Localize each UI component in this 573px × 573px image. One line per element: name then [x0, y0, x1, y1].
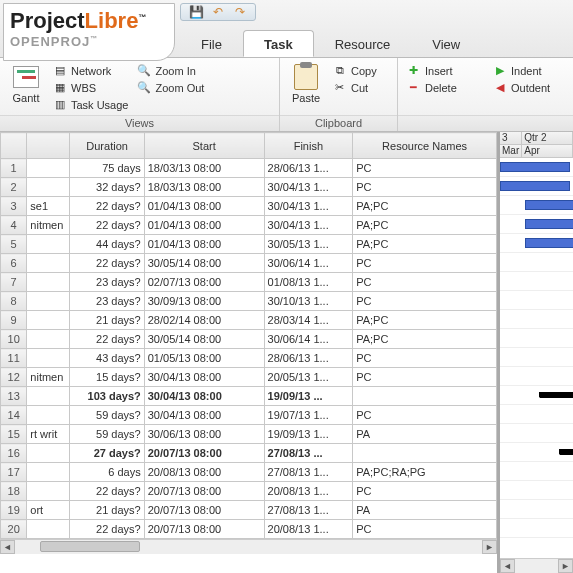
row-number[interactable]: 15 [1, 425, 27, 444]
cell-start[interactable]: 20/07/13 08:00 [144, 520, 264, 539]
cell-name[interactable] [27, 387, 70, 406]
gantt-row[interactable] [500, 367, 573, 386]
row-number[interactable]: 2 [1, 178, 27, 197]
table-row[interactable]: 15rt writ59 days?30/06/13 08:0019/09/13 … [1, 425, 497, 444]
cell-resources[interactable]: PC [353, 482, 497, 501]
gantt-row[interactable] [500, 386, 573, 405]
cell-name[interactable]: nitmen [27, 216, 70, 235]
cell-start[interactable]: 01/04/13 08:00 [144, 197, 264, 216]
table-row[interactable]: 723 days?02/07/13 08:0001/08/13 1...PC [1, 273, 497, 292]
cell-duration[interactable]: 27 days? [70, 444, 144, 463]
cell-name[interactable] [27, 254, 70, 273]
cell-name[interactable]: se1 [27, 197, 70, 216]
table-row[interactable]: 4nitmen22 days?01/04/13 08:0030/04/13 1.… [1, 216, 497, 235]
cell-start[interactable]: 02/07/13 08:00 [144, 273, 264, 292]
gantt-summary-bar[interactable] [560, 449, 573, 455]
scroll-left-icon[interactable]: ◄ [0, 540, 15, 554]
cell-resources[interactable] [353, 387, 497, 406]
cell-duration[interactable]: 23 days? [70, 292, 144, 311]
gantt-row[interactable] [500, 424, 573, 443]
cell-finish[interactable]: 27/08/13 ... [264, 444, 353, 463]
table-row[interactable]: 3se122 days?01/04/13 08:0030/04/13 1...P… [1, 197, 497, 216]
row-number[interactable]: 13 [1, 387, 27, 406]
scroll-left-icon[interactable]: ◄ [500, 559, 515, 573]
network-button[interactable]: ▤Network [52, 62, 128, 79]
cell-name[interactable] [27, 159, 70, 178]
table-row[interactable]: 1627 days?20/07/13 08:0027/08/13 ... [1, 444, 497, 463]
row-number[interactable]: 8 [1, 292, 27, 311]
cell-name[interactable] [27, 406, 70, 425]
gantt-horizontal-scrollbar[interactable]: ◄ ► [500, 558, 573, 573]
table-row[interactable]: 622 days?30/05/14 08:0030/06/14 1...PC [1, 254, 497, 273]
cell-finish[interactable]: 28/06/13 1... [264, 159, 353, 178]
cell-finish[interactable]: 30/06/14 1... [264, 330, 353, 349]
scroll-thumb[interactable] [40, 541, 140, 552]
cell-duration[interactable]: 59 days? [70, 406, 144, 425]
gantt-row[interactable] [500, 500, 573, 519]
insert-button[interactable]: ✚Insert [406, 62, 457, 79]
row-number[interactable]: 5 [1, 235, 27, 254]
cell-resources[interactable]: PC [353, 292, 497, 311]
tab-file[interactable]: File [180, 30, 243, 57]
cell-name[interactable] [27, 482, 70, 501]
scroll-right-icon[interactable]: ► [482, 540, 497, 554]
cell-duration[interactable]: 43 days? [70, 349, 144, 368]
gantt-button[interactable]: Gantt [4, 60, 48, 115]
gantt-row[interactable] [500, 253, 573, 272]
cell-start[interactable]: 30/04/13 08:00 [144, 406, 264, 425]
table-row[interactable]: 1459 days?30/04/13 08:0019/07/13 1...PC [1, 406, 497, 425]
row-number[interactable]: 6 [1, 254, 27, 273]
cell-resources[interactable]: PC [353, 254, 497, 273]
table-row[interactable]: 544 days?01/04/13 08:0030/05/13 1...PA;P… [1, 235, 497, 254]
cell-duration[interactable]: 21 days? [70, 311, 144, 330]
cell-duration[interactable]: 22 days? [70, 520, 144, 539]
cell-finish[interactable]: 27/08/13 1... [264, 463, 353, 482]
horizontal-scrollbar[interactable]: ◄ ► [0, 539, 497, 554]
cell-start[interactable]: 30/04/13 08:00 [144, 368, 264, 387]
gantt-row[interactable] [500, 348, 573, 367]
gantt-bar[interactable] [500, 162, 570, 172]
cell-finish[interactable]: 30/10/13 1... [264, 292, 353, 311]
gantt-bar[interactable] [525, 238, 573, 248]
table-row[interactable]: 13103 days?30/04/13 08:0019/09/13 ... [1, 387, 497, 406]
col-corner[interactable] [1, 133, 27, 159]
cell-finish[interactable]: 20/08/13 1... [264, 482, 353, 501]
cell-name[interactable] [27, 520, 70, 539]
gantt-body[interactable] [500, 158, 573, 558]
gantt-row[interactable] [500, 405, 573, 424]
cell-duration[interactable]: 22 days? [70, 254, 144, 273]
cell-start[interactable]: 20/07/13 08:00 [144, 482, 264, 501]
table-row[interactable]: 19ort21 days?20/07/13 08:0027/08/13 1...… [1, 501, 497, 520]
cell-name[interactable] [27, 273, 70, 292]
cell-name[interactable] [27, 463, 70, 482]
row-number[interactable]: 19 [1, 501, 27, 520]
cell-name[interactable] [27, 311, 70, 330]
cell-start[interactable]: 20/07/13 08:00 [144, 444, 264, 463]
zoom-out-button[interactable]: 🔍Zoom Out [136, 79, 204, 96]
tab-resource[interactable]: Resource [314, 30, 412, 57]
scroll-right-icon[interactable]: ► [558, 559, 573, 573]
cell-duration[interactable]: 21 days? [70, 501, 144, 520]
row-number[interactable]: 4 [1, 216, 27, 235]
cell-finish[interactable]: 19/09/13 ... [264, 387, 353, 406]
cell-duration[interactable]: 32 days? [70, 178, 144, 197]
cell-name[interactable] [27, 330, 70, 349]
task-usage-button[interactable]: ▥Task Usage [52, 96, 128, 113]
col-resources[interactable]: Resource Names [353, 133, 497, 159]
table-row[interactable]: 921 days?28/02/14 08:0028/03/14 1...PA;P… [1, 311, 497, 330]
col-start[interactable]: Start [144, 133, 264, 159]
row-number[interactable]: 10 [1, 330, 27, 349]
cell-name[interactable] [27, 292, 70, 311]
cell-resources[interactable]: PA;PC [353, 330, 497, 349]
row-number[interactable]: 14 [1, 406, 27, 425]
cell-resources[interactable]: PA;PC [353, 311, 497, 330]
row-number[interactable]: 3 [1, 197, 27, 216]
cell-resources[interactable]: PC [353, 349, 497, 368]
table-row[interactable]: 2022 days?20/07/13 08:0020/08/13 1...PC [1, 520, 497, 539]
gantt-row[interactable] [500, 481, 573, 500]
cell-name[interactable] [27, 178, 70, 197]
gantt-row[interactable] [500, 310, 573, 329]
cell-name[interactable]: rt writ [27, 425, 70, 444]
cell-resources[interactable]: PC [353, 178, 497, 197]
cell-duration[interactable]: 22 days? [70, 482, 144, 501]
